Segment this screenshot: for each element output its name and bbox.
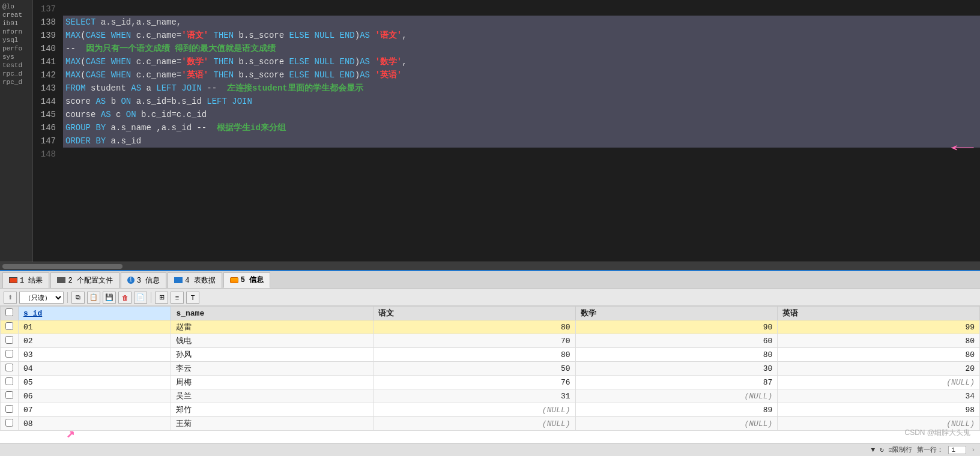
sidebar: @lo creat ib01 nforn ysql perfo sys test… <box>0 0 33 262</box>
line-content-138: SELECT a.s_id,a.s_name, <box>63 16 980 29</box>
cell-sname: 钱电 <box>171 334 374 348</box>
cell-shuxue: 90 <box>575 320 778 334</box>
filter-icon[interactable]: ▼ <box>871 446 876 454</box>
th-checkbox <box>1 307 19 320</box>
table-row[interactable]: 02 钱电 70 60 80 <box>1 334 980 348</box>
cell-sname: 孙风 <box>171 348 374 362</box>
cell-yingyu: 80 <box>778 334 980 348</box>
cell-yuwen-null: (NULL) <box>374 403 576 417</box>
sidebar-item-8[interactable]: rpc_d <box>1 70 31 78</box>
line-content-142: MAX(CASE WHEN c.c_name='英语' THEN b.s_sco… <box>63 68 980 82</box>
line-num-138: 138 <box>33 16 63 29</box>
table-row[interactable]: 01 赵雷 80 90 99 <box>1 320 980 334</box>
tab-icon-tabledata <box>174 277 183 283</box>
cell-yingyu: 99 <box>778 320 980 334</box>
row-checkbox[interactable] <box>1 348 19 362</box>
code-line-142: 142 MAX(CASE WHEN c.c_name='英语' THEN b.s… <box>33 68 980 82</box>
paste2-btn[interactable]: 📄 <box>134 292 147 304</box>
row-checkbox[interactable] <box>1 320 19 334</box>
cell-shuxue: 89 <box>575 403 778 417</box>
table-row[interactable]: 04 李云 50 30 20 <box>1 362 980 376</box>
table-row[interactable]: 08 王菊 (NULL) (NULL) (NULL) <box>1 417 980 431</box>
tabs-bar: 1 结果 2 个配置文件 i 3 信息 4 表数据 5 信息 <box>0 271 980 289</box>
scrollbar-thumb[interactable] <box>2 264 122 269</box>
th-yingyu[interactable]: 英语 <box>778 307 980 320</box>
tab-config[interactable]: 2 个配置文件 <box>50 272 119 288</box>
cell-yuwen: 50 <box>374 362 576 376</box>
sidebar-item-4[interactable]: ysql <box>1 36 31 44</box>
cell-sid: 03 <box>19 348 171 362</box>
line-num-140: 140 <box>33 42 63 55</box>
row-checkbox[interactable] <box>1 417 19 431</box>
line-num-139: 139 <box>33 29 63 42</box>
tab-label-config: 2 个配置文件 <box>68 275 112 286</box>
row-checkbox[interactable] <box>1 362 19 376</box>
th-shuxue[interactable]: 数学 <box>575 307 778 320</box>
line-num-137: 137 <box>33 2 63 16</box>
row-checkbox[interactable] <box>1 376 19 389</box>
sidebar-item-7[interactable]: testd <box>1 61 31 70</box>
copy-btn[interactable]: ⧉ <box>71 292 85 304</box>
cell-sname: 李云 <box>171 362 374 376</box>
cell-yingyu-null: (NULL) <box>778 376 980 389</box>
sidebar-item-3[interactable]: nforn <box>1 28 31 36</box>
select-all-checkbox[interactable] <box>5 308 13 316</box>
tab-info5[interactable]: 5 信息 <box>223 272 270 288</box>
line-num-145: 145 <box>33 108 63 121</box>
sidebar-item-9[interactable]: rpc_d <box>1 78 31 86</box>
table-header: s_id s_name 语文 数学 英语 <box>1 307 980 320</box>
sidebar-item-0[interactable]: @lo <box>1 2 31 11</box>
cell-sname: 赵雷 <box>171 320 374 334</box>
sidebar-item-5[interactable]: perfo <box>1 44 31 53</box>
watermark: CSDN @细脖大头鬼 <box>904 428 970 438</box>
refresh-icon[interactable]: ↻ <box>880 446 884 454</box>
tab-result[interactable]: 1 结果 <box>2 272 49 288</box>
table-row[interactable]: 05 周梅 76 87 (NULL) <box>1 376 980 389</box>
bottom-panel: 1 结果 2 个配置文件 i 3 信息 4 表数据 5 信息 ⬆ （只读） ⧉ … <box>0 270 980 456</box>
readonly-select[interactable]: （只读） <box>19 292 64 304</box>
result-table-wrapper[interactable]: s_id s_name 语文 数学 英语 01 赵雷 80 90 99 <box>0 306 980 443</box>
sidebar-item-1[interactable]: creat <box>1 11 31 19</box>
code-line-140: 140 -- 因为只有一个语文成绩 得到的最大值就是语文成绩 <box>33 42 980 55</box>
code-editor[interactable]: 137 138 SELECT a.s_id,a.s_name, 139 MAX(… <box>33 0 980 262</box>
grid-btn[interactable]: ⊞ <box>155 292 168 304</box>
cell-shuxue: 60 <box>575 334 778 348</box>
row-checkbox[interactable] <box>1 334 19 348</box>
line-content-146: GROUP BY a.s_name ,a.s_id -- 根据学生id来分组 <box>63 121 980 134</box>
cell-yuwen: 70 <box>374 334 576 348</box>
cell-yuwen: 80 <box>374 320 576 334</box>
line-num-146: 146 <box>33 121 63 134</box>
text-btn[interactable]: T <box>186 292 199 304</box>
line-num-148: 148 <box>33 148 63 161</box>
cell-shuxue: 87 <box>575 376 778 389</box>
first-row-value[interactable]: 1 <box>948 446 966 454</box>
th-yuwen[interactable]: 语文 <box>374 307 576 320</box>
th-sid[interactable]: s_id <box>19 307 171 320</box>
cell-sid: 06 <box>19 389 171 403</box>
cell-sid: 05 <box>19 376 171 389</box>
sidebar-item-2[interactable]: ib01 <box>1 19 31 28</box>
table-row[interactable]: 06 吴兰 31 (NULL) 34 <box>1 389 980 403</box>
editor-scrollbar[interactable] <box>0 262 980 270</box>
th-sname[interactable]: s_name <box>171 307 374 320</box>
sidebar-item-6[interactable]: sys <box>1 53 31 61</box>
table-row[interactable]: 07 郑竹 (NULL) 89 98 <box>1 403 980 417</box>
save-btn[interactable]: 💾 <box>103 292 116 304</box>
arrow-bottom-annotation: ↗ <box>66 424 74 442</box>
cell-yuwen-null: (NULL) <box>374 417 576 431</box>
table-row[interactable]: 03 孙风 80 80 80 <box>1 348 980 362</box>
row-checkbox[interactable] <box>1 389 19 403</box>
export-btn[interactable]: ⬆ <box>4 292 17 304</box>
tab-info3[interactable]: i 3 信息 <box>121 272 166 288</box>
paste-btn[interactable]: 📋 <box>87 292 100 304</box>
code-line-141: 141 MAX(CASE WHEN c.c_name='数学' THEN b.s… <box>33 55 980 68</box>
editor-area: @lo creat ib01 nforn ysql perfo sys test… <box>0 0 980 262</box>
tab-tabledata[interactable]: 4 表数据 <box>168 272 222 288</box>
line-content-145: course AS c ON b.c_id=c.c_id <box>63 108 980 121</box>
code-line-137: 137 <box>33 2 980 16</box>
delete-btn[interactable]: 🗑 <box>118 292 132 304</box>
list-btn[interactable]: ≡ <box>171 292 184 304</box>
row-checkbox[interactable] <box>1 403 19 417</box>
cell-shuxue-null: (NULL) <box>575 389 778 403</box>
code-lines: 137 138 SELECT a.s_id,a.s_name, 139 MAX(… <box>33 0 980 163</box>
